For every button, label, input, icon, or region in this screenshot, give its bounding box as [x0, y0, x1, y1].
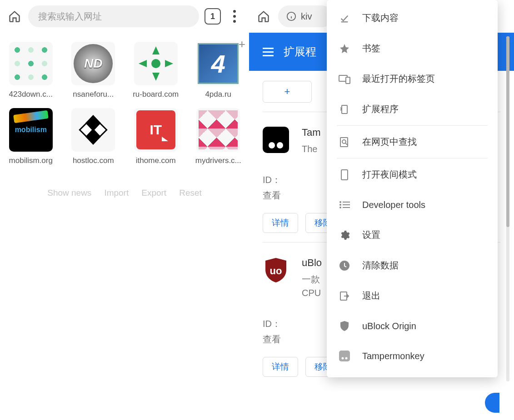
import-link[interactable]: Import	[104, 188, 129, 198]
divider	[337, 125, 488, 126]
tile-423down[interactable]: 423down.c...	[2, 42, 60, 99]
reset-link[interactable]: Reset	[179, 188, 202, 198]
menu-ext-tampermonkey[interactable]: Tampermonkey	[327, 341, 498, 371]
tab-count-button[interactable]: 1	[205, 8, 221, 25]
phone-icon	[339, 169, 350, 181]
speed-dial-grid: 423down.c... ND nsaneforu... ru-board.co…	[0, 33, 249, 165]
menu-settings[interactable]: 设置	[327, 220, 498, 250]
details-button[interactable]: 详情	[263, 213, 298, 233]
tile-actions: Show news Import Export Reset	[0, 188, 249, 198]
add-extension-button[interactable]: +	[263, 81, 312, 103]
devices-icon	[339, 73, 350, 85]
menu-developer-tools[interactable]: Developer tools	[327, 190, 498, 220]
tile-mydrivers[interactable]: mydrivers.c...	[190, 108, 248, 165]
menu-icon[interactable]	[263, 48, 274, 56]
svg-marker-0	[152, 46, 160, 54]
details-button[interactable]: 详情	[263, 357, 298, 377]
menu-extensions[interactable]: 扩展程序	[327, 94, 498, 124]
svg-point-29	[342, 357, 344, 360]
svg-point-30	[345, 357, 348, 360]
svg-point-24	[339, 207, 341, 208]
divider	[337, 158, 488, 158]
svg-rect-15	[342, 105, 347, 114]
extension-title: uBlo	[302, 257, 322, 269]
star-icon	[339, 43, 350, 54]
menu-night-mode[interactable]: 打开夜间模式	[327, 159, 498, 190]
shield-icon	[339, 320, 350, 332]
svg-rect-19	[341, 170, 348, 180]
extension-icon	[263, 127, 289, 153]
clock-icon	[339, 260, 350, 272]
extension-desc: 一款CPU	[302, 272, 322, 300]
menu-ext-ublock[interactable]: uBlock Origin	[327, 311, 498, 341]
svg-marker-2	[152, 73, 160, 81]
tile-mobilism[interactable]: mobilism mobilism.org	[2, 108, 60, 165]
tile-ithome[interactable]: IT ithome.com	[127, 108, 185, 165]
svg-rect-25	[343, 207, 350, 208]
tile-4pda[interactable]: + 4 4pda.ru	[190, 42, 248, 99]
svg-marker-1	[165, 60, 173, 67]
tile-label: mobilism.org	[9, 156, 53, 165]
tile-label: mydrivers.c...	[195, 156, 241, 165]
svg-point-17	[342, 140, 346, 143]
tile-label: 423down.c...	[9, 90, 53, 99]
overflow-menu: 下载内容 书签 最近打开的标签页 扩展程序 在网页中查找 打开夜间模式 Deve…	[327, 0, 498, 377]
extension-icon	[339, 104, 350, 115]
svg-point-20	[339, 201, 341, 203]
tile-hostloc[interactable]: hostloc.com	[65, 108, 123, 165]
left-toolbar: 搜索或输入网址 1	[0, 0, 249, 33]
plus-icon: +	[239, 37, 245, 51]
overflow-menu-button[interactable]	[226, 8, 243, 25]
menu-clear-data[interactable]: 清除数据	[327, 250, 498, 281]
info-icon	[286, 11, 296, 21]
export-link[interactable]: Export	[141, 188, 166, 198]
tile-label: nsaneforu...	[73, 90, 114, 99]
svg-line-18	[345, 143, 347, 145]
svg-rect-23	[343, 204, 350, 205]
page-title: 扩展程	[284, 44, 316, 59]
menu-recent-tabs[interactable]: 最近打开的标签页	[327, 64, 498, 94]
search-input[interactable]: 搜索或输入网址	[28, 5, 199, 27]
list-icon	[339, 199, 350, 211]
url-text: kiv	[301, 11, 312, 22]
url-bar[interactable]: kiv	[278, 5, 333, 27]
exit-icon	[339, 290, 350, 302]
svg-rect-16	[340, 138, 348, 147]
svg-point-4	[151, 59, 160, 68]
menu-exit[interactable]: 退出	[327, 281, 498, 311]
check-icon	[339, 12, 350, 24]
menu-bookmarks[interactable]: 书签	[327, 33, 498, 64]
tile-nsaneforums[interactable]: ND nsaneforu...	[65, 42, 123, 99]
extension-icon: uo	[263, 257, 289, 283]
tile-label: hostloc.com	[73, 156, 114, 165]
menu-downloads[interactable]: 下载内容	[327, 3, 498, 33]
svg-marker-3	[139, 60, 147, 67]
tile-ruboard[interactable]: ru-board.com	[127, 42, 185, 99]
tile-label: ru-board.com	[133, 90, 179, 99]
home-button[interactable]	[255, 8, 272, 25]
tile-label: ithome.com	[136, 156, 176, 165]
search-page-icon	[339, 136, 350, 148]
extension-desc: The	[302, 142, 321, 156]
tile-label: 4pda.ru	[205, 90, 231, 99]
new-tab-page: 搜索或输入网址 1 423down.c... ND nsaneforu... r…	[0, 0, 249, 420]
svg-rect-14	[346, 77, 350, 84]
svg-rect-21	[343, 202, 350, 203]
fab-partial[interactable]	[485, 393, 499, 413]
tampermonkey-icon	[339, 350, 350, 362]
scrollbar[interactable]	[506, 36, 509, 381]
svg-point-22	[339, 204, 341, 206]
svg-rect-28	[339, 351, 350, 361]
home-button[interactable]	[6, 8, 23, 25]
gear-icon	[339, 229, 350, 241]
extension-title: Tam	[302, 127, 321, 138]
svg-text:uo: uo	[270, 265, 282, 277]
menu-find-in-page[interactable]: 在网页中查找	[327, 127, 498, 157]
show-news-link[interactable]: Show news	[47, 188, 91, 198]
